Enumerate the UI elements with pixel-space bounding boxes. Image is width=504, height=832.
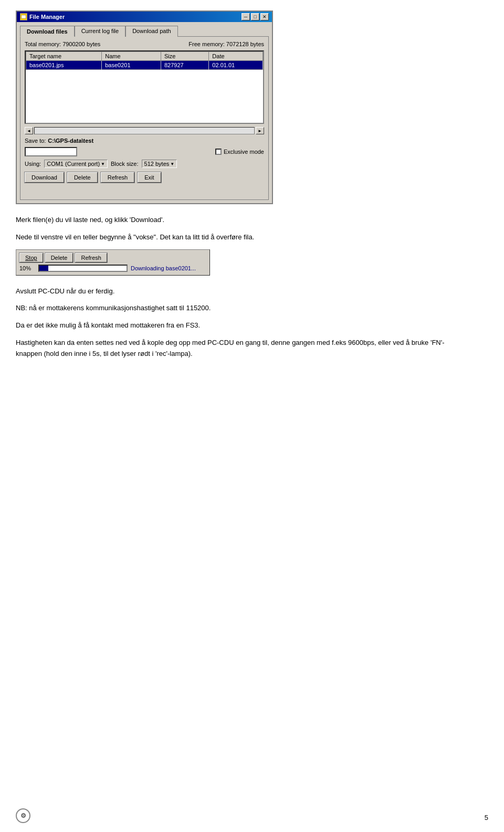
maximize-button[interactable]: □ — [251, 13, 259, 20]
instruction-line2: Nede til venstre vil en teller begynne å… — [16, 232, 457, 243]
minimize-button[interactable]: ─ — [242, 13, 250, 20]
scroll-left-btn[interactable]: ◄ — [25, 127, 33, 134]
exclusive-mode-checkbox[interactable] — [215, 149, 222, 155]
using-row: Using: COM1 (Current port) ▼ Block size:… — [25, 160, 264, 168]
exit-button[interactable]: Exit — [138, 172, 161, 183]
instruction-line5: Da er det ikke mulig å få kontakt med mo… — [16, 320, 457, 331]
dialog-body: Download files Current log file Download… — [17, 22, 272, 203]
close-button[interactable]: ✕ — [260, 13, 269, 20]
free-memory: Free memory: 7072128 bytes — [188, 41, 264, 47]
instruction-line1: Merk filen(e) du vil laste ned, og klikk… — [16, 215, 457, 226]
instruction-line4: NB: nå er mottakerens kommunikasjonshast… — [16, 303, 457, 314]
progress-bar-inner — [39, 266, 48, 271]
col-name: Name — [102, 52, 161, 61]
save-to-label: Save to: — [25, 138, 46, 144]
progress-placeholder — [25, 185, 264, 195]
svg-rect-1 — [22, 15, 26, 18]
refresh-button[interactable]: Refresh — [101, 172, 135, 183]
progress-refresh-button[interactable]: Refresh — [75, 253, 107, 262]
tab-current-log[interactable]: Current log file — [75, 26, 126, 37]
cell-date: 02.01.01 — [209, 61, 263, 70]
scrollbar-track[interactable] — [34, 127, 255, 134]
block-size-label: Block size: — [111, 161, 139, 167]
cell-target: base0201.jps — [26, 61, 102, 70]
dialog-icon — [20, 13, 27, 20]
delete-button[interactable]: Delete — [67, 172, 98, 183]
instruction-line3: Avslutt PC-CDU når du er ferdig. — [16, 286, 457, 297]
bottom-logo: ⚙ — [16, 808, 32, 824]
progress-bar-outer — [38, 265, 128, 272]
save-to-row: Save to: C:\GPS-data\test — [25, 138, 264, 144]
dialog-title: File Manager — [29, 14, 65, 20]
progress-delete-button[interactable]: Delete — [45, 253, 74, 262]
using-label: Using: — [25, 161, 41, 167]
memory-info: Total memory: 7900200 bytes Free memory:… — [25, 41, 264, 47]
file-table: Target name Name Size Date base0201.jps … — [26, 51, 263, 70]
table-row[interactable]: base0201.jps base0201 827927 02.01.01 — [26, 61, 263, 70]
cell-name: base0201 — [102, 61, 161, 70]
block-size-dropdown[interactable]: 512 bytes ▼ — [142, 160, 177, 168]
col-date: Date — [209, 52, 263, 61]
progress-buttons: Stop Delete Refresh — [19, 253, 206, 262]
scroll-right-btn[interactable]: ► — [256, 127, 264, 134]
tab-download-files[interactable]: Download files — [20, 26, 75, 37]
col-target: Target name — [26, 52, 102, 61]
download-button[interactable]: Download — [25, 172, 64, 183]
instruction-line6: Hastigheten kan da enten settes ned ved … — [16, 338, 457, 360]
tabs-bar: Download files Current log file Download… — [20, 25, 269, 36]
progress-percent: 10% — [19, 265, 35, 271]
port-dropdown[interactable]: COM1 (Current port) ▼ — [44, 160, 108, 168]
stop-button[interactable]: Stop — [19, 253, 43, 262]
exclusive-mode-label: Exclusive mode — [215, 149, 264, 155]
progress-section: Stop Delete Refresh 10% Downloading base… — [16, 249, 457, 276]
file-table-container: Target name Name Size Date base0201.jps … — [25, 50, 264, 124]
progress-text: Downloading base0201... — [131, 265, 196, 271]
total-memory: Total memory: 7900200 bytes — [25, 41, 100, 47]
file-manager-dialog: File Manager ─ □ ✕ Download files Curren… — [16, 10, 273, 204]
page-number: 5 — [485, 814, 488, 822]
action-buttons-row: Download Delete Refresh Exit — [25, 172, 264, 183]
tab-content: Total memory: 7900200 bytes Free memory:… — [20, 36, 269, 200]
options-row: Exclusive mode — [25, 147, 264, 156]
tab-download-path[interactable]: Download path — [125, 26, 177, 37]
port-dropdown-arrow: ▼ — [101, 162, 105, 166]
save-to-path: C:\GPS-data\test — [48, 138, 93, 144]
cell-size: 827927 — [161, 61, 208, 70]
horizontal-scrollbar: ◄ ► — [25, 127, 264, 134]
block-size-dropdown-arrow: ▼ — [170, 162, 174, 166]
col-size: Size — [161, 52, 208, 61]
logo-circle: ⚙ — [16, 808, 30, 823]
save-path-input[interactable] — [25, 147, 77, 156]
progress-bar-section: 10% Downloading base0201... — [19, 265, 206, 272]
dialog-titlebar: File Manager ─ □ ✕ — [17, 12, 272, 22]
progress-dialog: Stop Delete Refresh 10% Downloading base… — [16, 249, 210, 276]
titlebar-left: File Manager — [20, 13, 65, 20]
titlebar-buttons: ─ □ ✕ — [242, 13, 269, 20]
